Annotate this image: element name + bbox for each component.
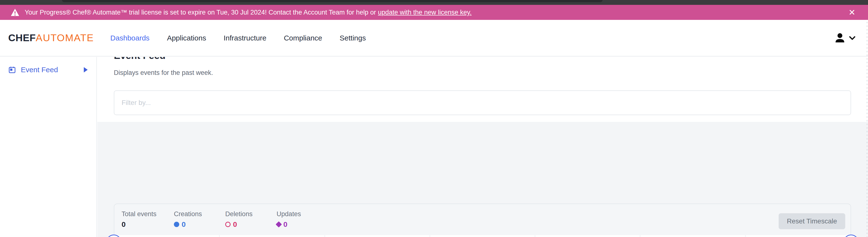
event-stats-row: Total events 0 Creations 0 — [122, 210, 778, 229]
update-license-link[interactable]: update with the new license key. — [378, 9, 472, 16]
nav-item[interactable]: Dashboards — [111, 34, 150, 42]
event-stat: Creations 0 — [174, 210, 208, 229]
stat-label: Deletions — [225, 210, 259, 218]
chevron-down-icon[interactable] — [849, 36, 856, 40]
nav-item[interactable]: Infrastructure — [223, 34, 267, 42]
timeline-day-cell: Fri, 19 Jul — [115, 235, 219, 237]
stat-value: 0 — [233, 220, 237, 229]
browser-tab-strip — [62, 0, 602, 2]
timeline-day-header: Fri, 19 Jul Sat, 20 Jul Sun, 21 Jul Mon,… — [114, 235, 850, 237]
event-stat: Total events 0 — [122, 210, 156, 229]
logo-automate-text: AUTOMATE — [36, 32, 94, 43]
page-title: Event Feed — [114, 57, 165, 61]
stat-label: Updates — [277, 210, 310, 218]
event-feed-panel: Total events 0 Creations 0 — [114, 204, 851, 237]
warning-triangle-icon — [11, 8, 20, 16]
license-banner: Your Progress® Chef® Automate™ trial lic… — [0, 5, 868, 20]
content-gray-section: Total events 0 Creations 0 — [97, 122, 868, 237]
logo-chef-text: CHEF — [8, 32, 36, 43]
window-chrome-bar — [0, 0, 868, 5]
nav-item[interactable]: Compliance — [284, 34, 322, 42]
sidebar: Event Feed — [0, 57, 97, 237]
stat-value: 0 — [283, 220, 287, 229]
expand-arrow-icon[interactable] — [84, 67, 88, 72]
reset-timescale-button[interactable]: Reset Timescale — [779, 213, 845, 229]
timeline-day-cell: Sat, 20 Jul — [220, 235, 324, 237]
timeline-day-cell: Thu, 25 Jul — [746, 235, 850, 237]
filter-input[interactable] — [114, 90, 851, 115]
timeline-day-cell: Sun, 21 Jul — [325, 235, 429, 237]
license-banner-text: Your Progress® Chef® Automate™ trial lic… — [25, 9, 376, 16]
main-nav: DashboardsApplicationsInfrastructureComp… — [111, 34, 366, 42]
main-content: Event Feed Displays events for the past … — [97, 57, 868, 237]
stat-label: Total events — [122, 210, 156, 218]
timeline-day-cell: Tue, 23 Jul — [535, 235, 640, 237]
scrollbar[interactable] — [867, 22, 867, 237]
close-icon[interactable]: ✕ — [847, 7, 858, 18]
stat-value: 0 — [122, 220, 126, 229]
nav-item[interactable]: Applications — [167, 34, 206, 42]
user-profile-icon[interactable] — [834, 32, 846, 44]
app-root: Your Progress® Chef® Automate™ trial lic… — [0, 0, 868, 237]
stat-marker-icon — [225, 222, 230, 227]
timeline-day-cell: Mon, 22 Jul — [430, 235, 534, 237]
stat-marker-icon — [276, 221, 282, 227]
chef-automate-logo[interactable]: CHEFAUTOMATE — [8, 32, 94, 43]
calendar-icon — [9, 66, 16, 73]
event-stat: Updates 0 — [277, 210, 310, 229]
nav-item[interactable]: Settings — [340, 34, 366, 42]
page-subtitle: Displays events for the past week. — [114, 69, 213, 77]
event-stat: Deletions 0 — [225, 210, 259, 229]
sidebar-item-label: Event Feed — [21, 66, 58, 74]
timeline-day-cell: Wed, 24 Jul — [641, 235, 745, 237]
stat-marker-icon — [174, 222, 179, 227]
sidebar-item-event-feed[interactable]: Event Feed — [0, 62, 96, 77]
app-header: CHEFAUTOMATE DashboardsApplicationsInfra… — [0, 20, 868, 56]
user-menu[interactable] — [834, 32, 860, 44]
stat-value: 0 — [182, 220, 186, 229]
stat-label: Creations — [174, 210, 208, 218]
